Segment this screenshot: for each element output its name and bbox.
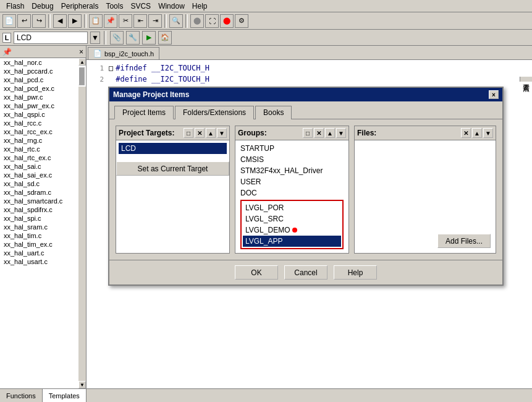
group-item[interactable]: USER [238, 176, 346, 187]
scroll-thumb[interactable] [78, 67, 85, 85]
sidebar-item[interactable]: xx_hal_sdram.c [0, 188, 86, 197]
group-item-lvgl_app[interactable]: LVGL_APP [243, 236, 341, 247]
red-outline-group: LVGL_PORLVGL_SRCLVGL_DEMOLVGL_APP [240, 200, 344, 249]
sidebar-item[interactable]: xx_hal_spi.c [0, 214, 86, 223]
target-btn2[interactable]: 🔧 [126, 31, 140, 45]
help-btn[interactable]: Help [334, 265, 377, 280]
target-btn4[interactable]: 🏠 [158, 31, 172, 45]
sidebar-item[interactable]: xx_hal_tim_ex.c [0, 240, 86, 249]
group-item[interactable]: STM32F4xx_HAL_Driver [238, 165, 346, 176]
code-icon-1: □ [109, 64, 113, 72]
target-btn3[interactable]: ▶ [142, 31, 156, 45]
dbg2-btn[interactable]: ⛶ [205, 14, 219, 28]
groups-delete-btn[interactable]: ✕ [314, 128, 324, 138]
sidebar-item[interactable]: xx_hal_pwr.c [0, 93, 86, 101]
group-item[interactable]: DOC [238, 187, 346, 199]
nav-btn1[interactable]: ⇤ [133, 14, 147, 28]
fwd-btn[interactable]: ▶ [68, 14, 82, 28]
targets-down-btn[interactable]: ▼ [217, 128, 227, 138]
targets-delete-btn[interactable]: ✕ [195, 128, 205, 138]
copy-btn[interactable]: 📋 [89, 14, 103, 28]
sidebar-item[interactable]: xx_hal_sai.c [0, 162, 86, 171]
sidebar-item[interactable]: xx_hal_rtc.c [0, 145, 86, 153]
target-lcd[interactable]: LCD [119, 143, 227, 154]
sidebar-item[interactable]: xx_hal_sram.c [0, 223, 86, 231]
groups-up-btn[interactable]: ▲ [325, 128, 335, 138]
tab-folders-extensions[interactable]: Folders/Extensions [175, 106, 254, 119]
targets-label: Project Targets: [119, 129, 174, 137]
files-delete-btn[interactable]: ✕ [461, 128, 471, 138]
dialog-close-btn[interactable]: × [489, 90, 499, 99]
menu-window[interactable]: Window [154, 2, 188, 11]
targets-new-btn[interactable]: □ [184, 128, 193, 138]
groups-down-btn[interactable]: ▼ [336, 128, 346, 138]
nav-btn2[interactable]: ⇥ [148, 14, 162, 28]
dbg4-btn[interactable]: ⚙ [235, 14, 248, 28]
group-item-lvgl_src[interactable]: LVGL_SRC [243, 213, 341, 225]
tab-project-items[interactable]: Project Items [114, 106, 174, 119]
sidebar-item[interactable]: xx_hal_sd.c [0, 179, 86, 188]
dbg1-btn[interactable]: ⬤ [190, 14, 204, 28]
set-current-target-btn[interactable]: Set as Current Target [116, 161, 229, 176]
manage-project-dialog[interactable]: Manage Project Items × Project Items Fol… [108, 87, 504, 286]
sidebar-item[interactable]: xx_hal_rcc_ex.c [0, 127, 86, 136]
sidebar-item[interactable]: xx_hal_spdifrx.c [0, 205, 86, 214]
sidebar-item[interactable]: xx_hal_uart.c [0, 249, 86, 257]
sidebar-item[interactable]: xx_hal_qspi.c [0, 110, 86, 119]
sidebar-item[interactable]: xx_hal_rng.c [0, 136, 86, 145]
sidebar-close-icon[interactable]: × [79, 48, 83, 56]
sidebar-item[interactable]: xx_hal_pccard.c [0, 67, 86, 75]
files-down-btn[interactable]: ▼ [483, 128, 493, 138]
target-dropdown-arrow[interactable]: ▼ [90, 32, 100, 44]
redo-btn[interactable]: ↪ [32, 14, 46, 28]
sidebar-item[interactable]: xx_hal_nor.c [0, 58, 86, 67]
bottombar: Functions Templates [0, 388, 532, 402]
group-item-lvgl_demo[interactable]: LVGL_DEMO [243, 225, 341, 236]
back-btn[interactable]: ◀ [53, 14, 67, 28]
tab-books[interactable]: Books [255, 106, 292, 119]
cut-btn[interactable]: ✂ [119, 14, 132, 28]
sidebar-item[interactable]: xx_hal_tim.c [0, 231, 86, 240]
menu-debug[interactable]: Debug [28, 2, 57, 11]
tab-functions[interactable]: Functions [0, 389, 43, 402]
targets-up-btn[interactable]: ▲ [206, 128, 216, 138]
tab-templates[interactable]: Templates [43, 389, 87, 402]
search-btn[interactable]: 🔍 [169, 14, 183, 28]
sidebar-item[interactable]: xx_hal_usart.c [0, 257, 86, 266]
new-btn[interactable]: 📄 [2, 14, 16, 28]
targets-panel-icons: □ ✕ ▲ ▼ [184, 128, 227, 138]
paste-btn[interactable]: 📌 [104, 14, 117, 28]
menu-help[interactable]: Help [188, 2, 211, 11]
menu-flash[interactable]: Flash [2, 2, 28, 11]
scroll-up-btn[interactable]: ▲ [78, 58, 86, 66]
sidebar-item[interactable]: xx_hal_pwr_ex.c [0, 101, 86, 110]
groups-new-btn[interactable]: □ [303, 128, 313, 138]
menubar: Flash Debug Peripherals Tools SVCS Windo… [0, 0, 532, 12]
editor-tab[interactable]: 📄 bsp_i2c_touch.h [88, 47, 159, 59]
group-item[interactable]: STARTUP [238, 143, 346, 154]
sidebar-item[interactable]: xx_hal_smartcard.c [0, 197, 86, 205]
files-up-btn[interactable]: ▲ [472, 128, 482, 138]
sidebar-item[interactable]: xx_hal_sai_ex.c [0, 171, 86, 179]
sidebar-item[interactable]: xx_hal_rtc_ex.c [0, 153, 86, 162]
target-btn1[interactable]: 📎 [110, 31, 124, 45]
add-files-btn[interactable]: Add Files... [437, 234, 491, 248]
group-item[interactable]: CMSIS [238, 154, 346, 165]
ok-btn[interactable]: OK [235, 265, 278, 280]
undo-btn[interactable]: ↩ [17, 14, 31, 28]
sidebar-scrollbar[interactable]: ▲ ▼ [78, 58, 86, 388]
cancel-btn[interactable]: Cancel [284, 265, 327, 280]
menu-svcs[interactable]: SVCS [127, 2, 154, 11]
dbg3-btn[interactable]: ⬤ [220, 14, 234, 28]
menu-peripherals[interactable]: Peripherals [57, 2, 103, 11]
scroll-track [78, 87, 86, 381]
toolbar: 📄 ↩ ↪ ◀ ▶ 📋 📌 ✂ ⇤ ⇥ 🔍 ⬤ ⛶ ⬤ ⚙ [0, 12, 532, 30]
sidebar-item[interactable]: xx_hal_rcc.c [0, 119, 86, 127]
group-item-lvgl_por[interactable]: LVGL_POR [243, 202, 341, 213]
target-select[interactable]: LCD [14, 32, 88, 44]
scroll-down-btn[interactable]: ▼ [78, 381, 86, 388]
files-panel-header: Files: ✕ ▲ ▼ [355, 126, 496, 140]
sidebar-item[interactable]: xx_hal_pcd_ex.c [0, 84, 86, 93]
menu-tools[interactable]: Tools [102, 2, 127, 11]
sidebar-item[interactable]: xx_hal_pcd.c [0, 75, 86, 84]
